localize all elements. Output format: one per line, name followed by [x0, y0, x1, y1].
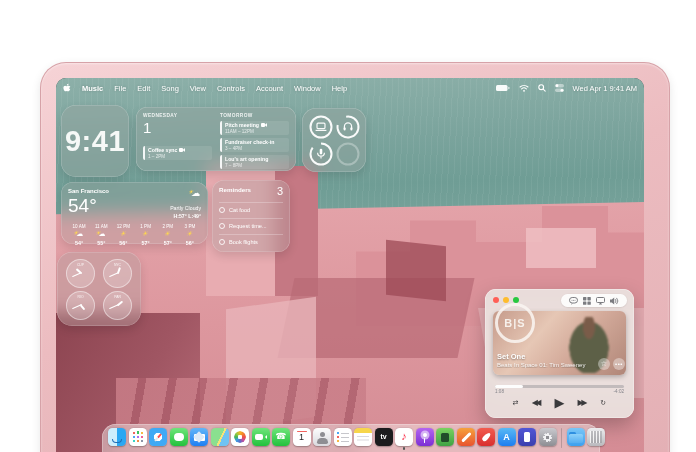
previous-button[interactable]: ◀◀: [532, 398, 542, 407]
weather-city: San Francisco: [68, 188, 109, 194]
dock-app-podcasts[interactable]: [416, 428, 434, 446]
dock-app-arcade-game[interactable]: [436, 428, 454, 446]
weather-widget[interactable]: San Francisco 54° Partly Cloudy H:57° L:…: [61, 182, 208, 244]
weather-current-temp: 54°: [68, 195, 109, 217]
minimize-button[interactable]: [503, 297, 509, 303]
hourly-weather-icon: [163, 230, 173, 238]
dock-app-drawing[interactable]: [457, 428, 475, 446]
wifi-icon[interactable]: [519, 84, 529, 92]
menu-window[interactable]: Window: [294, 84, 321, 93]
calendar-event[interactable]: Pitch meeting 11AM – 12PM: [220, 121, 289, 135]
checkbox-icon[interactable]: [219, 223, 225, 229]
battery-icon[interactable]: [496, 85, 510, 92]
world-clock-widget[interactable]: CUP NYC RIO PAR: [57, 252, 141, 326]
dock-app-app-store[interactable]: A: [498, 428, 516, 446]
dock-app-calendar[interactable]: 1: [293, 428, 311, 446]
menubar-datetime[interactable]: Wed Apr 1 9:41 AM: [573, 84, 637, 93]
menu-music[interactable]: Music: [82, 84, 103, 93]
calendar-tomorrow-label: TOMORROW: [220, 113, 289, 118]
checkbox-icon[interactable]: [219, 239, 225, 245]
analog-clock: RIO: [66, 291, 95, 320]
empty-control-slot[interactable]: [335, 141, 361, 167]
dock-app-maps[interactable]: [211, 428, 229, 446]
hourly-weather-icon: [74, 230, 84, 238]
airplay-icon[interactable]: [596, 297, 605, 305]
repeat-button[interactable]: ↻: [600, 399, 606, 407]
more-button[interactable]: •••: [613, 358, 625, 370]
dock-app-launchpad[interactable]: [129, 428, 147, 446]
menu-view[interactable]: View: [190, 84, 206, 93]
dock-app-facetime[interactable]: [252, 428, 270, 446]
video-icon: [179, 148, 185, 152]
display-control[interactable]: [308, 114, 334, 140]
menu-help[interactable]: Help: [332, 84, 347, 93]
weather-hourly-forecast: 10 AM54° 11 AM55° 12 PM56° 1 PM57° 2 PM5…: [68, 224, 201, 247]
dock-app-books[interactable]: [518, 428, 536, 446]
running-indicator: [403, 447, 406, 450]
search-icon[interactable]: [538, 84, 546, 92]
microphone-control[interactable]: [308, 141, 334, 167]
weather-condition: Partly Cloudy: [170, 205, 201, 213]
progress-fill: [495, 385, 523, 388]
menu-controls[interactable]: Controls: [217, 84, 245, 93]
reminder-item[interactable]: Request time...: [219, 218, 283, 229]
dock-app-finder[interactable]: [108, 428, 126, 446]
reminders-widget[interactable]: Reminders 3 Cat food Request time... Boo…: [212, 180, 290, 252]
dock-trash[interactable]: [587, 428, 605, 446]
dock-app-mail[interactable]: [190, 428, 208, 446]
menu-file[interactable]: File: [114, 84, 126, 93]
calendar-widget[interactable]: WEDNESDAY 1 Coffee sync 1 – 2PM TOMORROW…: [136, 107, 296, 171]
checkbox-icon[interactable]: [219, 207, 225, 213]
dock-app-settings[interactable]: [539, 428, 557, 446]
controls-widget[interactable]: [302, 108, 366, 172]
menu-edit[interactable]: Edit: [137, 84, 150, 93]
dock-divider: [561, 428, 562, 448]
reminders-title: Reminders: [219, 186, 251, 193]
dock-app-rocket-game[interactable]: [477, 428, 495, 446]
weather-high-low: H:57° L:49°: [170, 213, 201, 221]
analog-clock: PAR: [103, 291, 132, 320]
dock-app-reminders[interactable]: [334, 428, 352, 446]
calendar-day-label: WEDNESDAY: [143, 113, 212, 118]
headphones-control[interactable]: [335, 114, 361, 140]
calendar-event[interactable]: Coffee sync 1 – 2PM: [143, 146, 212, 160]
menu-song[interactable]: Song: [161, 84, 179, 93]
favorite-button[interactable]: ☆: [598, 358, 610, 370]
next-button[interactable]: ▶▶: [578, 398, 588, 407]
player-toolbar: [561, 294, 627, 307]
menu-account[interactable]: Account: [256, 84, 283, 93]
transport-controls: ⇄ ◀◀ ▶ ▶▶ ↻: [485, 396, 634, 409]
music-player-window[interactable]: B|S Set One Beats In Space 01: Tim Sween…: [485, 289, 634, 418]
close-button[interactable]: [493, 297, 499, 303]
calendar-event[interactable]: Fundraiser check-in 3 – 4PM: [220, 138, 289, 152]
dock-app-messages[interactable]: [170, 428, 188, 446]
dock-app-phone[interactable]: ☎: [272, 428, 290, 446]
dock-app-music[interactable]: ♪: [395, 428, 413, 446]
calendar-event[interactable]: Lou's art opening 7 – 8PM: [220, 155, 289, 169]
dock-app-photos[interactable]: [231, 428, 249, 446]
video-icon: [261, 123, 267, 127]
reminder-item[interactable]: Cat food: [219, 202, 283, 213]
playlist-title: Set One: [497, 352, 525, 361]
clock-time: 9:41: [65, 125, 125, 158]
progress-bar[interactable]: [495, 385, 624, 388]
reminder-item[interactable]: Book flights: [219, 234, 283, 245]
calendar-day-number: 1: [143, 119, 212, 136]
play-button[interactable]: ▶: [555, 396, 565, 409]
volume-icon[interactable]: [610, 297, 619, 305]
apple-menu[interactable]: [63, 84, 71, 93]
hourly-weather-icon: [118, 230, 128, 238]
track-title: Beats In Space 01: Tim Sweeney: [497, 362, 593, 368]
dock-app-contacts[interactable]: [313, 428, 331, 446]
clock-widget[interactable]: 9:41: [61, 105, 129, 177]
dock-app-notes[interactable]: [354, 428, 372, 446]
dock: ☎ 1 tv ♪ A: [102, 424, 600, 452]
dock-app-safari[interactable]: [149, 428, 167, 446]
lyrics-icon[interactable]: [569, 297, 578, 305]
screen: Music File Edit Song View Controls Accou…: [56, 78, 644, 452]
dock-app-apple-tv[interactable]: tv: [375, 428, 393, 446]
queue-icon[interactable]: [583, 297, 591, 305]
shuffle-button[interactable]: ⇄: [513, 399, 519, 407]
dock-downloads-folder[interactable]: [567, 428, 585, 446]
control-center-icon[interactable]: [555, 84, 564, 92]
